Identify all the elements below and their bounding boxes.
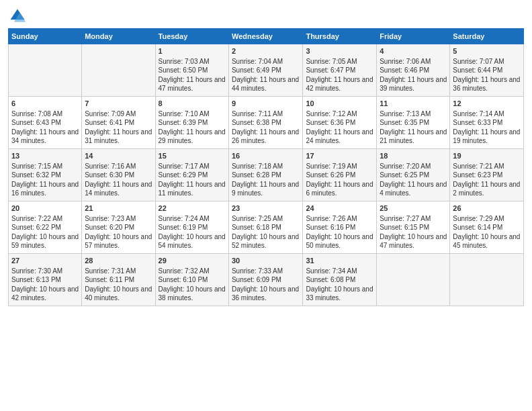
col-header-tuesday: Tuesday xyxy=(155,29,228,44)
day-number: 4 xyxy=(380,46,447,56)
calendar-cell xyxy=(9,44,82,97)
sunrise-text: Sunrise: 7:16 AM xyxy=(85,163,136,170)
sunrise-text: Sunrise: 7:27 AM xyxy=(380,215,431,222)
page: SundayMondayTuesdayWednesdayThursdayFrid… xyxy=(0,0,532,313)
calendar-cell: 8Sunrise: 7:10 AMSunset: 6:39 PMDaylight… xyxy=(155,97,228,149)
sunrise-text: Sunrise: 7:34 AM xyxy=(306,267,357,275)
logo-icon xyxy=(8,7,27,26)
sunrise-text: Sunrise: 7:07 AM xyxy=(453,58,504,65)
daylight-text: Daylight: 10 hours and 45 minutes. xyxy=(453,233,520,250)
daylight-text: Daylight: 11 hours and 21 minutes. xyxy=(380,128,447,145)
day-number: 7 xyxy=(85,99,152,109)
sunset-text: Sunset: 6:38 PM xyxy=(232,119,281,126)
sunset-text: Sunset: 6:35 PM xyxy=(380,119,429,126)
day-number: 19 xyxy=(453,151,521,161)
sunrise-text: Sunrise: 7:15 AM xyxy=(11,163,62,170)
calendar-cell: 4Sunrise: 7:06 AMSunset: 6:46 PMDaylight… xyxy=(377,44,450,97)
daylight-text: Daylight: 11 hours and 24 minutes. xyxy=(306,128,373,145)
calendar-cell: 1Sunrise: 7:03 AMSunset: 6:50 PMDaylight… xyxy=(155,44,228,97)
calendar-cell xyxy=(377,254,450,306)
sunrise-text: Sunrise: 7:04 AM xyxy=(232,58,283,65)
sunrise-text: Sunrise: 7:08 AM xyxy=(11,110,62,118)
sunset-text: Sunset: 6:50 PM xyxy=(159,66,208,74)
header-row: SundayMondayTuesdayWednesdayThursdayFrid… xyxy=(9,29,524,44)
sunrise-text: Sunrise: 7:25 AM xyxy=(232,215,283,222)
sunrise-text: Sunrise: 7:18 AM xyxy=(232,163,283,170)
day-number: 6 xyxy=(11,99,79,109)
daylight-text: Daylight: 11 hours and 47 minutes. xyxy=(159,76,226,93)
daylight-text: Daylight: 11 hours and 4 minutes. xyxy=(380,181,447,197)
sunset-text: Sunset: 6:15 PM xyxy=(380,224,429,231)
sunrise-text: Sunrise: 7:26 AM xyxy=(306,215,357,222)
sunset-text: Sunset: 6:29 PM xyxy=(159,171,208,179)
sunset-text: Sunset: 6:46 PM xyxy=(380,66,429,74)
calendar-cell: 6Sunrise: 7:08 AMSunset: 6:43 PMDaylight… xyxy=(9,97,82,149)
sunrise-text: Sunrise: 7:17 AM xyxy=(159,163,210,170)
week-row-2: 6Sunrise: 7:08 AMSunset: 6:43 PMDaylight… xyxy=(9,97,524,149)
day-number: 9 xyxy=(232,99,300,109)
daylight-text: Daylight: 10 hours and 54 minutes. xyxy=(159,233,226,250)
sunset-text: Sunset: 6:39 PM xyxy=(159,119,208,126)
day-number: 10 xyxy=(306,99,373,109)
sunset-text: Sunset: 6:13 PM xyxy=(11,276,61,283)
calendar-cell xyxy=(450,254,524,306)
calendar-cell: 24Sunrise: 7:26 AMSunset: 6:16 PMDayligh… xyxy=(303,201,377,254)
sunrise-text: Sunrise: 7:20 AM xyxy=(380,163,431,170)
week-row-5: 27Sunrise: 7:30 AMSunset: 6:13 PMDayligh… xyxy=(9,254,524,306)
sunset-text: Sunset: 6:28 PM xyxy=(232,171,281,179)
calendar-cell: 7Sunrise: 7:09 AMSunset: 6:41 PMDaylight… xyxy=(82,97,155,149)
sunrise-text: Sunrise: 7:10 AM xyxy=(159,110,210,118)
sunset-text: Sunset: 6:44 PM xyxy=(453,66,502,74)
calendar-cell: 20Sunrise: 7:22 AMSunset: 6:22 PMDayligh… xyxy=(9,201,82,254)
daylight-text: Daylight: 11 hours and 44 minutes. xyxy=(232,76,299,93)
day-number: 26 xyxy=(453,203,521,214)
sunset-text: Sunset: 6:19 PM xyxy=(159,224,208,231)
sunrise-text: Sunrise: 7:24 AM xyxy=(159,215,210,222)
daylight-text: Daylight: 10 hours and 42 minutes. xyxy=(11,285,79,302)
sunrise-text: Sunrise: 7:31 AM xyxy=(85,267,136,275)
week-row-3: 13Sunrise: 7:15 AMSunset: 6:32 PMDayligh… xyxy=(9,149,524,201)
calendar-cell: 5Sunrise: 7:07 AMSunset: 6:44 PMDaylight… xyxy=(450,44,524,97)
day-number: 13 xyxy=(11,151,79,161)
daylight-text: Daylight: 10 hours and 57 minutes. xyxy=(85,233,152,250)
calendar-cell: 26Sunrise: 7:29 AMSunset: 6:14 PMDayligh… xyxy=(450,201,524,254)
sunset-text: Sunset: 6:33 PM xyxy=(453,119,502,126)
sunrise-text: Sunrise: 7:09 AM xyxy=(85,110,136,118)
sunset-text: Sunset: 6:32 PM xyxy=(11,171,61,179)
calendar-cell: 17Sunrise: 7:19 AMSunset: 6:26 PMDayligh… xyxy=(303,149,377,201)
calendar-cell: 11Sunrise: 7:13 AMSunset: 6:35 PMDayligh… xyxy=(377,97,450,149)
sunrise-text: Sunrise: 7:21 AM xyxy=(453,163,504,170)
day-number: 16 xyxy=(232,151,300,161)
daylight-text: Daylight: 10 hours and 52 minutes. xyxy=(232,233,299,250)
col-header-sunday: Sunday xyxy=(9,29,82,44)
col-header-wednesday: Wednesday xyxy=(228,29,302,44)
day-number: 3 xyxy=(306,46,373,56)
day-number: 22 xyxy=(159,203,226,214)
sunset-text: Sunset: 6:30 PM xyxy=(85,171,134,179)
sunrise-text: Sunrise: 7:33 AM xyxy=(232,267,283,275)
col-header-saturday: Saturday xyxy=(450,29,524,44)
header xyxy=(8,7,524,26)
daylight-text: Daylight: 11 hours and 11 minutes. xyxy=(159,181,226,197)
daylight-text: Daylight: 11 hours and 14 minutes. xyxy=(85,181,152,197)
day-number: 20 xyxy=(11,203,79,214)
day-number: 18 xyxy=(380,151,447,161)
sunset-text: Sunset: 6:10 PM xyxy=(159,276,208,283)
sunrise-text: Sunrise: 7:13 AM xyxy=(380,110,431,118)
day-number: 24 xyxy=(306,203,373,214)
sunset-text: Sunset: 6:08 PM xyxy=(306,276,355,283)
calendar-cell: 9Sunrise: 7:11 AMSunset: 6:38 PMDaylight… xyxy=(228,97,302,149)
logo xyxy=(8,7,30,26)
sunset-text: Sunset: 6:36 PM xyxy=(306,119,355,126)
day-number: 27 xyxy=(11,256,79,266)
sunset-text: Sunset: 6:26 PM xyxy=(306,171,355,179)
daylight-text: Daylight: 10 hours and 59 minutes. xyxy=(11,233,79,250)
sunset-text: Sunset: 6:43 PM xyxy=(11,119,61,126)
daylight-text: Daylight: 11 hours and 34 minutes. xyxy=(11,128,79,145)
calendar-cell: 30Sunrise: 7:33 AMSunset: 6:09 PMDayligh… xyxy=(228,254,302,306)
daylight-text: Daylight: 11 hours and 29 minutes. xyxy=(159,128,226,145)
daylight-text: Daylight: 11 hours and 6 minutes. xyxy=(306,181,373,197)
sunrise-text: Sunrise: 7:14 AM xyxy=(453,110,504,118)
col-header-monday: Monday xyxy=(82,29,155,44)
col-header-friday: Friday xyxy=(377,29,450,44)
